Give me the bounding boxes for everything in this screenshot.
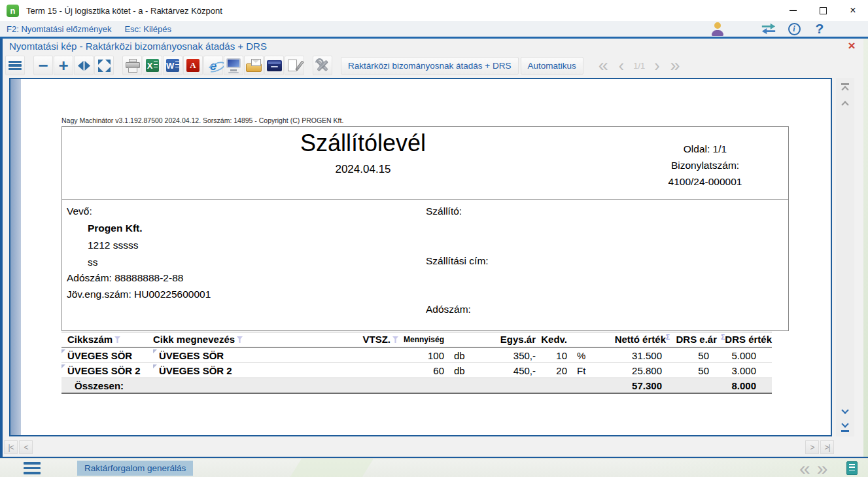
chevron-bar-down-icon — [841, 430, 849, 432]
first-page-button[interactable]: « — [595, 57, 612, 75]
menu-item-print-history[interactable]: F2: Nyomtatási előzmények — [7, 24, 111, 34]
cell-corner-mark-icon — [153, 349, 157, 353]
open-browser-button[interactable]: e — [203, 56, 223, 75]
internet-explorer-icon: e — [210, 60, 217, 72]
status-prev-button[interactable]: « — [799, 458, 810, 477]
user-icon[interactable] — [710, 22, 725, 36]
page-margin-strip — [10, 79, 21, 435]
item-price: 350,- — [474, 347, 536, 363]
archive-box-icon — [267, 60, 282, 71]
fit-page-icon — [98, 60, 111, 72]
status-next-button[interactable]: » — [817, 458, 828, 477]
edit-page-icon — [287, 58, 302, 73]
shipping-address-label: Szállítási cím: — [426, 255, 489, 267]
col-price-header: Egys.ár — [474, 332, 536, 348]
edit-button[interactable] — [285, 56, 304, 75]
decor-gradient — [641, 459, 868, 477]
doc-number-label: Bizonylatszám: — [630, 157, 780, 173]
col-code-header: Cikkszám — [61, 332, 153, 348]
document-title: Szállítólevél — [62, 130, 664, 157]
window-title: Term 15 - Új logisztika kötet - a - Rakt… — [26, 6, 222, 16]
archive-button[interactable] — [264, 56, 284, 75]
table-header-row: Cikkszám Cikk megnevezés VTSZ. Mennyiség… — [61, 332, 772, 348]
fit-width-button[interactable] — [74, 56, 94, 75]
item-drs-value: 5.000 — [717, 347, 772, 363]
menu-item-exit[interactable]: Esc: Kilépés — [124, 24, 171, 34]
page-number: Oldal: 1/1 — [630, 141, 780, 157]
next-page-button[interactable]: › — [650, 58, 663, 74]
scroll-bottom-button[interactable] — [837, 419, 853, 434]
last-page-button[interactable]: » — [667, 57, 684, 75]
item-net: 31.500 — [597, 347, 670, 363]
tools-icon — [315, 58, 330, 73]
status-bar: Raktárforgalom generálás « » — [0, 458, 868, 477]
scroll-last-button[interactable]: >| — [820, 440, 834, 454]
page-indicator: 1/1 — [631, 61, 648, 71]
scroll-down-button[interactable] — [837, 404, 853, 418]
report-name-button[interactable]: Raktárközi bizományosnak átadás + DRS — [341, 57, 519, 75]
minimize-button[interactable] — [778, 0, 808, 21]
col-unit-header — [444, 332, 474, 348]
item-code: ÜVEGES SÖR 2 — [61, 363, 153, 378]
print-button[interactable] — [122, 56, 142, 75]
item-discount: 20 — [536, 363, 567, 378]
transfer-arrows-icon[interactable] — [761, 22, 776, 36]
export-word-button[interactable]: W — [163, 56, 182, 75]
filter-icon — [392, 336, 398, 343]
total-row: Összesen: 57.300 8.000 — [61, 378, 772, 394]
item-vtsz — [353, 363, 398, 378]
page-navigation: « ‹ 1/1 › » — [595, 57, 684, 75]
minus-icon: − — [38, 57, 48, 74]
col-name-header: Cikk megnevezés — [153, 332, 353, 348]
preview-close-button[interactable]: × — [844, 39, 859, 52]
item-name: ÜVEGES SÖR 2 — [153, 363, 353, 378]
item-unit: db — [444, 347, 474, 363]
prev-page-button[interactable]: ‹ — [615, 58, 628, 74]
export-excel-button[interactable]: X — [143, 56, 162, 75]
document-page: Nagy Machinátor v3.1.192.87500 2024.04.1… — [21, 79, 831, 435]
fit-page-button[interactable] — [94, 56, 114, 75]
report-list-button[interactable] — [846, 461, 858, 475]
doc-number: 4100/24-000001 — [630, 173, 780, 190]
scroll-first-button[interactable]: |< — [4, 440, 18, 454]
status-menu-button[interactable] — [20, 461, 44, 476]
pdf-icon: A — [186, 59, 200, 72]
settings-button[interactable] — [313, 56, 332, 75]
info-icon[interactable]: i — [786, 22, 802, 36]
preview-title: Nyomtatási kép - Raktárközi bizományosna… — [9, 41, 267, 52]
total-net: 57.300 — [597, 378, 670, 394]
menu-button[interactable] — [5, 56, 25, 75]
zoom-in-button[interactable]: + — [54, 56, 73, 75]
scroll-right-button[interactable]: > — [805, 440, 819, 454]
document-header-right: Oldal: 1/1 Bizonylatszám: 4100/24-000001 — [630, 141, 780, 190]
vertical-scrollbar[interactable] — [836, 78, 854, 436]
close-button[interactable]: × — [838, 0, 868, 21]
export-pdf-button[interactable]: A — [183, 56, 203, 75]
parties-box: Vevő: Progen Kft. 1212 sssss ss Adószám:… — [61, 199, 789, 331]
send-email-button[interactable] — [244, 56, 264, 75]
col-discount-header: Kedv. — [536, 332, 567, 348]
supplier-tax-label: Adószám: — [426, 304, 471, 315]
item-price: 450,- — [474, 363, 536, 378]
total-label: Összesen: — [61, 378, 353, 394]
mail-icon — [246, 58, 262, 73]
item-vtsz — [353, 347, 398, 363]
generate-stock-button[interactable]: Raktárforgalom generálás — [77, 461, 193, 476]
help-icon[interactable]: ? — [812, 22, 827, 36]
screen-view-button[interactable] — [224, 56, 243, 75]
hamburger-icon — [9, 60, 22, 71]
total-drs-value: 8.000 — [717, 378, 772, 394]
maximize-button[interactable] — [808, 0, 838, 21]
scroll-up-button[interactable] — [837, 96, 853, 111]
scroll-left-button[interactable]: < — [19, 440, 33, 454]
modules-grid-icon[interactable] — [735, 22, 751, 36]
title-bar: n Term 15 - Új logisztika kötet - a - Ra… — [0, 0, 868, 21]
cell-corner-mark-icon — [61, 364, 65, 368]
auto-mode-button[interactable]: Automatikus — [521, 57, 583, 75]
word-icon: W — [166, 59, 179, 72]
horizontal-scrollbar[interactable]: |< < > >| — [3, 438, 833, 456]
scroll-top-button[interactable] — [837, 80, 853, 95]
zoom-out-button[interactable]: − — [33, 56, 53, 75]
item-discount-unit: % — [567, 347, 597, 363]
report-watermark: Nagy Machinátor v3.1.192.87500 2024.04.1… — [61, 116, 343, 124]
